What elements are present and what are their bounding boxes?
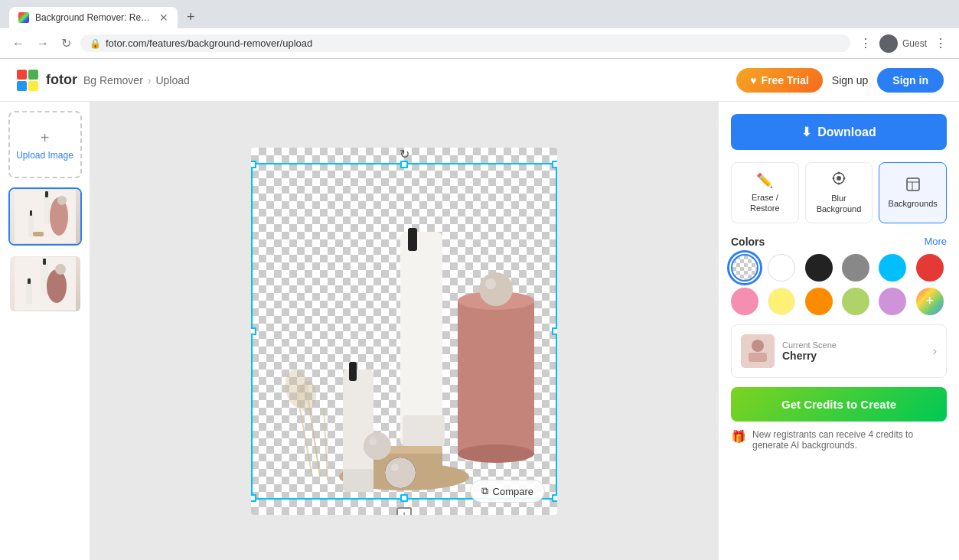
logo-text: fotor: [46, 72, 77, 88]
forward-button[interactable]: →: [34, 34, 52, 54]
svg-rect-50: [907, 178, 919, 190]
color-pink[interactable]: [731, 288, 758, 315]
thumbnail-1-image: [10, 189, 80, 244]
svg-point-42: [364, 432, 391, 460]
gift-icon: 🎁: [731, 429, 746, 444]
svg-point-43: [369, 438, 377, 445]
scene-name: Cherry: [782, 350, 925, 362]
new-tab-button[interactable]: +: [181, 6, 201, 28]
reload-button[interactable]: ↻: [58, 33, 74, 54]
svg-point-46: [838, 172, 840, 174]
color-red[interactable]: [916, 254, 944, 282]
color-transparent[interactable]: [731, 254, 758, 282]
svg-rect-3: [17, 81, 27, 91]
color-add-button[interactable]: +: [916, 288, 944, 315]
fotor-logo-icon: [15, 68, 40, 93]
color-black[interactable]: [805, 254, 833, 282]
svg-point-48: [838, 183, 840, 185]
blur-background-tool[interactable]: BlurBackground: [805, 162, 873, 223]
scene-sublabel: Current Scene: [782, 340, 925, 350]
back-button[interactable]: ←: [9, 34, 28, 54]
svg-rect-17: [26, 282, 32, 304]
svg-point-30: [391, 464, 399, 471]
svg-point-19: [55, 264, 66, 275]
compare-button[interactable]: ⧉ Compare: [470, 480, 545, 503]
free-trial-button[interactable]: ♥ Free Trial: [736, 68, 823, 93]
more-colors-link[interactable]: More: [924, 236, 947, 247]
compare-icon: ⧉: [481, 485, 488, 497]
thumbnail-2[interactable]: [8, 255, 82, 313]
svg-point-49: [833, 177, 835, 180]
user-label: Guest: [902, 38, 927, 49]
current-scene-section[interactable]: Current Scene Cherry ›: [731, 324, 947, 378]
svg-point-11: [57, 196, 67, 205]
canvas-image[interactable]: ↻ +: [251, 148, 557, 515]
app-logo: fotor: [15, 68, 77, 93]
color-green[interactable]: [842, 288, 869, 315]
browser-controls: ← → ↻ 🔒 fotor.com/features/background-re…: [0, 28, 959, 59]
backgrounds-tool[interactable]: Backgrounds: [879, 162, 947, 223]
credits-note-text: New registrants can receive 4 credits to…: [752, 429, 947, 451]
svg-point-35: [485, 278, 496, 289]
avatar: [879, 34, 898, 53]
menu-button[interactable]: ⋮: [931, 33, 950, 54]
tab-close-icon[interactable]: ✕: [159, 11, 168, 24]
free-trial-label: Free Trial: [762, 74, 809, 86]
breadcrumb-app: Bg Remover: [83, 74, 143, 86]
chevron-right-icon: ›: [933, 344, 937, 358]
url-text: fotor.com/features/background-remover/up…: [106, 37, 841, 49]
scene-info: Current Scene Cherry: [782, 340, 925, 362]
extensions-button[interactable]: ⋮: [856, 33, 875, 54]
colors-grid: +: [731, 254, 947, 315]
erase-restore-icon: ✏️: [756, 172, 773, 189]
app-header-right: ♥ Free Trial Sign up Sign in: [736, 68, 944, 93]
svg-rect-36: [400, 232, 442, 446]
color-orange[interactable]: [805, 288, 833, 315]
color-yellow[interactable]: [768, 288, 795, 315]
svg-rect-10: [30, 210, 32, 216]
color-cyan[interactable]: [879, 254, 906, 282]
tab-title: Background Remover: Remove B: [35, 12, 153, 23]
colors-section: Colors More +: [731, 236, 947, 315]
svg-point-34: [479, 272, 513, 306]
colors-header: Colors More: [731, 236, 947, 248]
heart-icon: ♥: [750, 74, 756, 86]
color-white[interactable]: [768, 254, 795, 282]
svg-rect-6: [44, 194, 50, 224]
breadcrumb-page: Upload: [155, 74, 189, 86]
svg-line-24: [324, 408, 328, 480]
plus-icon: +: [41, 129, 50, 147]
address-bar[interactable]: 🔒 fotor.com/features/background-remover/…: [80, 34, 850, 52]
canvas-area: ↻ + ⧉ Compare: [90, 102, 718, 560]
svg-rect-55: [749, 353, 767, 362]
colors-label: Colors: [731, 236, 765, 248]
color-purple[interactable]: [879, 288, 906, 315]
thumbnail-1[interactable]: [8, 187, 82, 246]
svg-rect-1: [17, 70, 27, 80]
svg-point-29: [385, 457, 416, 488]
signin-button[interactable]: Sign in: [877, 68, 944, 93]
upload-image-button[interactable]: + Upload Image: [8, 111, 82, 178]
color-gray[interactable]: [842, 254, 869, 282]
svg-point-47: [843, 177, 846, 180]
backgrounds-icon: [905, 177, 921, 196]
svg-rect-18: [28, 278, 31, 284]
app-main: + Upload Image: [0, 102, 959, 560]
svg-rect-41: [343, 469, 373, 492]
left-sidebar: + Upload Image: [0, 102, 90, 560]
svg-rect-37: [408, 228, 417, 251]
signup-button[interactable]: Sign up: [832, 74, 868, 86]
blur-background-icon: [831, 171, 846, 190]
tools-row: ✏️ Erase /Restore BlurBackground Backgro…: [731, 162, 947, 223]
svg-rect-2: [28, 70, 38, 80]
lock-icon: 🔒: [90, 38, 101, 49]
browser-tab[interactable]: Background Remover: Remove B ✕: [9, 7, 178, 28]
download-button[interactable]: ⬇ Download: [731, 114, 947, 150]
breadcrumb-sep: ›: [148, 74, 152, 86]
svg-rect-38: [403, 415, 445, 446]
svg-rect-15: [43, 259, 46, 265]
erase-restore-tool[interactable]: ✏️ Erase /Restore: [731, 162, 799, 223]
svg-rect-12: [33, 232, 44, 236]
get-credits-button[interactable]: Get Credits to Create: [731, 387, 947, 422]
backgrounds-label: Backgrounds: [889, 199, 938, 208]
